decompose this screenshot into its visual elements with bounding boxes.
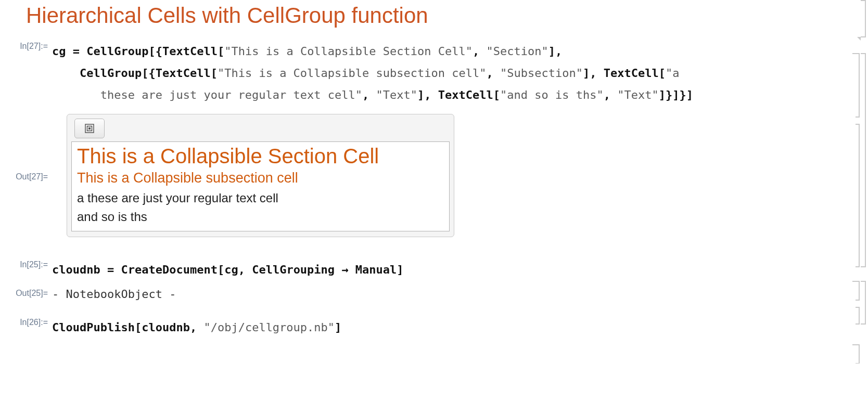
in-label-26: In[26]:= [0, 318, 48, 327]
bracket-in-26[interactable] [856, 344, 860, 364]
bracket-heading[interactable] [861, 0, 866, 37]
out-label-27: Out[27]= [0, 172, 48, 181]
bracket-group-25-outer[interactable] [861, 281, 866, 325]
expand-cells-button[interactable] [74, 119, 105, 138]
cellgroup-preview: This is a Collapsible Section Cell This … [71, 141, 450, 231]
output-cell-27: Out[27]= This is [0, 110, 868, 249]
notebookobject-output: - NotebookObject - [52, 288, 868, 301]
code-block-26[interactable]: CloudPublish[cloudnb, "/obj/cellgroup.nb… [52, 317, 868, 339]
bracket-in-27[interactable] [856, 53, 860, 118]
in-label-27: In[27]:= [0, 42, 48, 51]
bracket-in-25[interactable] [856, 281, 860, 301]
output-cell-25: Out[25]= - NotebookObject - [0, 288, 868, 302]
preview-section-cell: This is a Collapsible Section Cell [77, 144, 444, 168]
preview-text-cell-2: and so is ths [77, 208, 444, 226]
expand-cells-icon [84, 123, 95, 134]
preview-text-cell-1: a these are just your regular text cell [77, 189, 444, 207]
out-label-25: Out[25]= [0, 289, 48, 298]
input-cell-26[interactable]: In[26]:= CloudPublish[cloudnb, "/obj/cel… [0, 317, 868, 339]
in-label-25: In[25]:= [0, 260, 48, 269]
svg-rect-2 [88, 127, 91, 129]
code-block-27[interactable]: cg = CellGroup[{TextCell["This is a Coll… [52, 41, 868, 106]
input-cell-25[interactable]: In[25]:= cloudnb = CreateDocument[cg, Ce… [0, 259, 868, 281]
section-heading: Hierarchical Cells with CellGroup functi… [26, 3, 868, 28]
preview-subsection-cell: This is a Collapsible subsection cell [77, 170, 444, 186]
input-cell-27[interactable]: In[27]:= cg = CellGroup[{TextCell["This … [0, 41, 868, 106]
bracket-out-27[interactable] [856, 124, 860, 267]
bracket-group-27-outer[interactable] [861, 53, 866, 267]
notebook: Hierarchical Cells with CellGroup functi… [0, 3, 868, 364]
code-block-25[interactable]: cloudnb = CreateDocument[cg, CellGroupin… [52, 259, 868, 281]
bracket-out-25[interactable] [856, 307, 860, 325]
cellgroup-output-panel: This is a Collapsible Section Cell This … [67, 114, 454, 237]
panel-toolbar [71, 119, 450, 141]
